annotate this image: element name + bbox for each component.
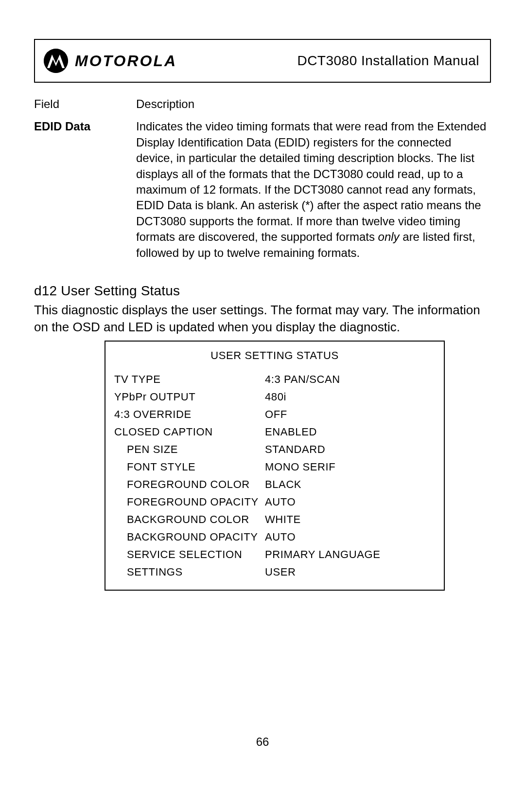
status-label: TV TYPE bbox=[114, 373, 265, 386]
status-value: USER bbox=[265, 566, 435, 578]
status-row: BACKGROUND OPACITYAUTO bbox=[114, 528, 435, 546]
desc-text-1: Indicates the video timing formats that … bbox=[136, 120, 486, 243]
status-label: 4:3 OVERRIDE bbox=[114, 408, 265, 421]
status-rows-container: TV TYPE4:3 PAN/SCANYPbPr OUTPUT480i4:3 O… bbox=[114, 371, 435, 581]
motorola-logo-icon bbox=[44, 49, 68, 73]
status-label: BACKGROUND COLOR bbox=[114, 513, 265, 526]
field-description-edid-data: Indicates the video timing formats that … bbox=[136, 112, 491, 261]
status-value: STANDARD bbox=[265, 443, 435, 456]
status-row: BACKGROUND COLORWHITE bbox=[114, 511, 435, 528]
status-row: FOREGROUND OPACITYAUTO bbox=[114, 493, 435, 511]
status-value: AUTO bbox=[265, 496, 435, 508]
user-setting-status-box: USER SETTING STATUS TV TYPE4:3 PAN/SCANY… bbox=[105, 341, 445, 591]
brand-name: MOTOROLA bbox=[75, 52, 177, 70]
status-row: SETTINGSUSER bbox=[114, 563, 435, 581]
status-value: 4:3 PAN/SCAN bbox=[265, 373, 435, 386]
status-box-title: USER SETTING STATUS bbox=[114, 349, 435, 362]
status-value: AUTO bbox=[265, 531, 435, 543]
column-header-description: Description bbox=[136, 96, 491, 112]
status-row: TV TYPE4:3 PAN/SCAN bbox=[114, 371, 435, 388]
status-value: WHITE bbox=[265, 513, 435, 526]
field-description-table: Field Description EDID Data Indicates th… bbox=[34, 96, 491, 261]
section-heading: d12 User Setting Status bbox=[34, 283, 491, 299]
status-label: SETTINGS bbox=[114, 566, 265, 578]
status-value: MONO SERIF bbox=[265, 461, 435, 473]
status-label: YPbPr OUTPUT bbox=[114, 391, 265, 403]
status-row: FOREGROUND COLORBLACK bbox=[114, 476, 435, 493]
status-label: PEN SIZE bbox=[114, 443, 265, 456]
status-label: FONT STYLE bbox=[114, 461, 265, 473]
status-row: PEN SIZESTANDARD bbox=[114, 441, 435, 458]
status-value: PRIMARY LANGUAGE bbox=[265, 548, 435, 561]
status-label: CLOSED CAPTION bbox=[114, 426, 265, 438]
status-row: 4:3 OVERRIDEOFF bbox=[114, 406, 435, 423]
status-label: FOREGROUND OPACITY bbox=[114, 496, 265, 508]
manual-page: MOTOROLA DCT3080 Installation Manual Fie… bbox=[0, 0, 525, 812]
svg-point-0 bbox=[44, 49, 68, 73]
brand: MOTOROLA bbox=[44, 49, 177, 73]
status-value: BLACK bbox=[265, 478, 435, 491]
status-value: ENABLED bbox=[265, 426, 435, 438]
status-value: OFF bbox=[265, 408, 435, 421]
status-row: YPbPr OUTPUT480i bbox=[114, 388, 435, 406]
page-header: MOTOROLA DCT3080 Installation Manual bbox=[34, 39, 491, 83]
status-row: CLOSED CAPTIONENABLED bbox=[114, 423, 435, 441]
status-value: 480i bbox=[265, 391, 435, 403]
desc-text-italic: only bbox=[378, 230, 400, 243]
page-number: 66 bbox=[0, 735, 525, 749]
field-name-edid-data: EDID Data bbox=[34, 112, 131, 261]
column-header-field: Field bbox=[34, 96, 131, 112]
status-label: SERVICE SELECTION bbox=[114, 548, 265, 561]
document-title: DCT3080 Installation Manual bbox=[297, 53, 479, 69]
status-label: FOREGROUND COLOR bbox=[114, 478, 265, 491]
status-label: BACKGROUND OPACITY bbox=[114, 531, 265, 543]
status-row: SERVICE SELECTIONPRIMARY LANGUAGE bbox=[114, 546, 435, 563]
status-row: FONT STYLEMONO SERIF bbox=[114, 458, 435, 476]
section-body: This diagnostic displays the user settin… bbox=[34, 302, 491, 336]
